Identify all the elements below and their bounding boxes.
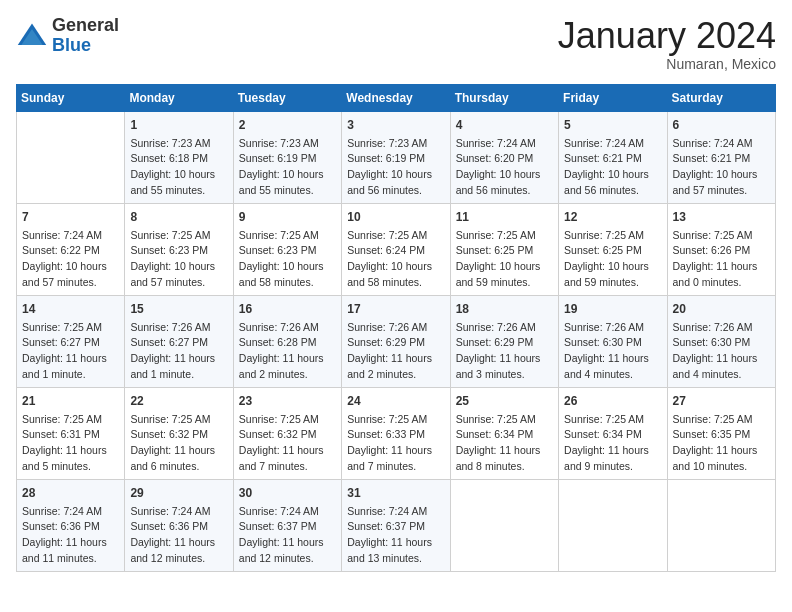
cell-content: Sunrise: 7:25 AM Sunset: 6:32 PM Dayligh… [130, 412, 227, 475]
calendar-cell [667, 479, 775, 571]
day-number: 23 [239, 392, 336, 410]
cell-content: Sunrise: 7:25 AM Sunset: 6:34 PM Dayligh… [564, 412, 661, 475]
calendar-cell: 27Sunrise: 7:25 AM Sunset: 6:35 PM Dayli… [667, 387, 775, 479]
cell-content: Sunrise: 7:24 AM Sunset: 6:21 PM Dayligh… [673, 136, 770, 199]
calendar-cell: 5Sunrise: 7:24 AM Sunset: 6:21 PM Daylig… [559, 111, 667, 203]
cell-content: Sunrise: 7:23 AM Sunset: 6:19 PM Dayligh… [347, 136, 444, 199]
cell-content: Sunrise: 7:25 AM Sunset: 6:23 PM Dayligh… [130, 228, 227, 291]
calendar-week-1: 1Sunrise: 7:23 AM Sunset: 6:18 PM Daylig… [17, 111, 776, 203]
calendar-cell: 8Sunrise: 7:25 AM Sunset: 6:23 PM Daylig… [125, 203, 233, 295]
cell-content: Sunrise: 7:25 AM Sunset: 6:35 PM Dayligh… [673, 412, 770, 475]
day-number: 17 [347, 300, 444, 318]
calendar-cell: 25Sunrise: 7:25 AM Sunset: 6:34 PM Dayli… [450, 387, 558, 479]
day-number: 22 [130, 392, 227, 410]
day-number: 2 [239, 116, 336, 134]
cell-content: Sunrise: 7:24 AM Sunset: 6:21 PM Dayligh… [564, 136, 661, 199]
cell-content: Sunrise: 7:26 AM Sunset: 6:28 PM Dayligh… [239, 320, 336, 383]
calendar-cell: 4Sunrise: 7:24 AM Sunset: 6:20 PM Daylig… [450, 111, 558, 203]
day-number: 9 [239, 208, 336, 226]
calendar-cell: 1Sunrise: 7:23 AM Sunset: 6:18 PM Daylig… [125, 111, 233, 203]
calendar-cell: 23Sunrise: 7:25 AM Sunset: 6:32 PM Dayli… [233, 387, 341, 479]
cell-content: Sunrise: 7:25 AM Sunset: 6:23 PM Dayligh… [239, 228, 336, 291]
cell-content: Sunrise: 7:24 AM Sunset: 6:37 PM Dayligh… [347, 504, 444, 567]
day-number: 16 [239, 300, 336, 318]
cell-content: Sunrise: 7:24 AM Sunset: 6:36 PM Dayligh… [22, 504, 119, 567]
cell-content: Sunrise: 7:25 AM Sunset: 6:34 PM Dayligh… [456, 412, 553, 475]
calendar-cell: 24Sunrise: 7:25 AM Sunset: 6:33 PM Dayli… [342, 387, 450, 479]
header-day-friday: Friday [559, 84, 667, 111]
day-number: 1 [130, 116, 227, 134]
header-day-sunday: Sunday [17, 84, 125, 111]
calendar-cell [17, 111, 125, 203]
calendar-cell: 9Sunrise: 7:25 AM Sunset: 6:23 PM Daylig… [233, 203, 341, 295]
logo-general: General [52, 15, 119, 35]
cell-content: Sunrise: 7:25 AM Sunset: 6:25 PM Dayligh… [564, 228, 661, 291]
logo-icon [16, 20, 48, 52]
cell-content: Sunrise: 7:26 AM Sunset: 6:29 PM Dayligh… [347, 320, 444, 383]
cell-content: Sunrise: 7:25 AM Sunset: 6:24 PM Dayligh… [347, 228, 444, 291]
cell-content: Sunrise: 7:24 AM Sunset: 6:20 PM Dayligh… [456, 136, 553, 199]
calendar-cell: 2Sunrise: 7:23 AM Sunset: 6:19 PM Daylig… [233, 111, 341, 203]
day-number: 3 [347, 116, 444, 134]
day-number: 26 [564, 392, 661, 410]
header-day-monday: Monday [125, 84, 233, 111]
cell-content: Sunrise: 7:23 AM Sunset: 6:19 PM Dayligh… [239, 136, 336, 199]
cell-content: Sunrise: 7:25 AM Sunset: 6:27 PM Dayligh… [22, 320, 119, 383]
day-number: 14 [22, 300, 119, 318]
calendar-cell: 7Sunrise: 7:24 AM Sunset: 6:22 PM Daylig… [17, 203, 125, 295]
day-number: 25 [456, 392, 553, 410]
day-number: 19 [564, 300, 661, 318]
calendar-table: SundayMondayTuesdayWednesdayThursdayFrid… [16, 84, 776, 572]
calendar-header-row: SundayMondayTuesdayWednesdayThursdayFrid… [17, 84, 776, 111]
calendar-cell: 21Sunrise: 7:25 AM Sunset: 6:31 PM Dayli… [17, 387, 125, 479]
day-number: 28 [22, 484, 119, 502]
header-day-thursday: Thursday [450, 84, 558, 111]
calendar-cell: 15Sunrise: 7:26 AM Sunset: 6:27 PM Dayli… [125, 295, 233, 387]
calendar-cell: 19Sunrise: 7:26 AM Sunset: 6:30 PM Dayli… [559, 295, 667, 387]
header-day-tuesday: Tuesday [233, 84, 341, 111]
day-number: 21 [22, 392, 119, 410]
calendar-cell [450, 479, 558, 571]
calendar-cell: 31Sunrise: 7:24 AM Sunset: 6:37 PM Dayli… [342, 479, 450, 571]
logo-blue: Blue [52, 35, 91, 55]
day-number: 15 [130, 300, 227, 318]
calendar-cell: 6Sunrise: 7:24 AM Sunset: 6:21 PM Daylig… [667, 111, 775, 203]
cell-content: Sunrise: 7:26 AM Sunset: 6:30 PM Dayligh… [564, 320, 661, 383]
day-number: 4 [456, 116, 553, 134]
cell-content: Sunrise: 7:25 AM Sunset: 6:26 PM Dayligh… [673, 228, 770, 291]
header-day-saturday: Saturday [667, 84, 775, 111]
calendar-cell: 13Sunrise: 7:25 AM Sunset: 6:26 PM Dayli… [667, 203, 775, 295]
page-header: General Blue January 2024 Numaran, Mexic… [16, 16, 776, 72]
day-number: 27 [673, 392, 770, 410]
day-number: 7 [22, 208, 119, 226]
day-number: 31 [347, 484, 444, 502]
day-number: 13 [673, 208, 770, 226]
calendar-cell [559, 479, 667, 571]
day-number: 20 [673, 300, 770, 318]
day-number: 11 [456, 208, 553, 226]
cell-content: Sunrise: 7:24 AM Sunset: 6:36 PM Dayligh… [130, 504, 227, 567]
calendar-cell: 22Sunrise: 7:25 AM Sunset: 6:32 PM Dayli… [125, 387, 233, 479]
day-number: 12 [564, 208, 661, 226]
cell-content: Sunrise: 7:25 AM Sunset: 6:25 PM Dayligh… [456, 228, 553, 291]
calendar-week-4: 21Sunrise: 7:25 AM Sunset: 6:31 PM Dayli… [17, 387, 776, 479]
day-number: 6 [673, 116, 770, 134]
calendar-cell: 10Sunrise: 7:25 AM Sunset: 6:24 PM Dayli… [342, 203, 450, 295]
calendar-week-5: 28Sunrise: 7:24 AM Sunset: 6:36 PM Dayli… [17, 479, 776, 571]
day-number: 30 [239, 484, 336, 502]
calendar-week-2: 7Sunrise: 7:24 AM Sunset: 6:22 PM Daylig… [17, 203, 776, 295]
cell-content: Sunrise: 7:26 AM Sunset: 6:30 PM Dayligh… [673, 320, 770, 383]
month-title: January 2024 [558, 16, 776, 56]
day-number: 8 [130, 208, 227, 226]
calendar-week-3: 14Sunrise: 7:25 AM Sunset: 6:27 PM Dayli… [17, 295, 776, 387]
cell-content: Sunrise: 7:26 AM Sunset: 6:29 PM Dayligh… [456, 320, 553, 383]
calendar-cell: 26Sunrise: 7:25 AM Sunset: 6:34 PM Dayli… [559, 387, 667, 479]
header-day-wednesday: Wednesday [342, 84, 450, 111]
calendar-cell: 30Sunrise: 7:24 AM Sunset: 6:37 PM Dayli… [233, 479, 341, 571]
calendar-cell: 17Sunrise: 7:26 AM Sunset: 6:29 PM Dayli… [342, 295, 450, 387]
cell-content: Sunrise: 7:24 AM Sunset: 6:22 PM Dayligh… [22, 228, 119, 291]
day-number: 10 [347, 208, 444, 226]
calendar-cell: 3Sunrise: 7:23 AM Sunset: 6:19 PM Daylig… [342, 111, 450, 203]
day-number: 18 [456, 300, 553, 318]
cell-content: Sunrise: 7:25 AM Sunset: 6:33 PM Dayligh… [347, 412, 444, 475]
